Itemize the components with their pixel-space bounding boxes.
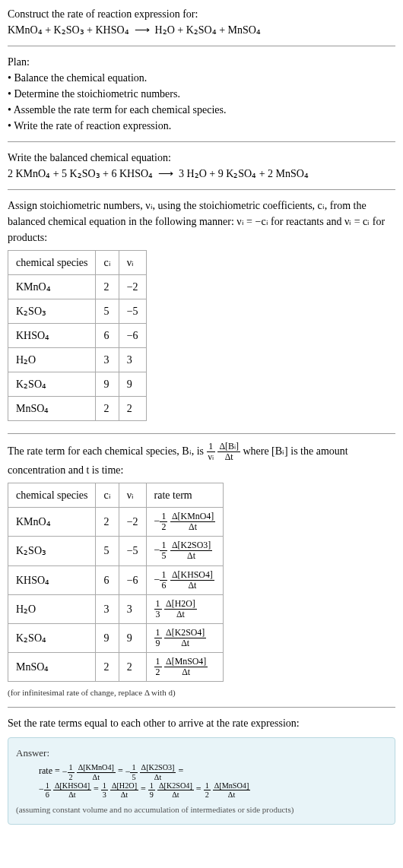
den: 9 xyxy=(148,790,155,799)
cell-vi: 9 xyxy=(119,372,146,397)
cell-rate: −12 Δ[KMnO4]Δt xyxy=(146,508,224,537)
balanced-rhs: 3 H₂O + 9 K₂SO₄ + 2 MnSO₄ xyxy=(179,168,309,179)
cell-species: K₂SO₃ xyxy=(8,537,96,565)
cell-vi: −2 xyxy=(119,275,146,299)
cell-ci: 2 xyxy=(96,275,119,299)
term: 12 Δ[MnSO4]Δt xyxy=(204,784,251,794)
frac-coef: 12 xyxy=(154,657,162,677)
frac-delta: Δ[H2O]Δt xyxy=(164,599,197,619)
cell-vi: 3 xyxy=(119,594,146,623)
intro-line1: Construct the rate of reaction expressio… xyxy=(8,6,395,22)
table-row: KHSO₄6−6 xyxy=(8,324,147,348)
cell-ci: 6 xyxy=(96,565,119,594)
frac-coef: 16 xyxy=(160,570,167,591)
intro-equation: KMnO₄ + K₂SO₃ + KHSO₄ ⟶ H₂O + K₂SO₄ + Mn… xyxy=(8,22,395,38)
den: 6 xyxy=(160,581,167,591)
cell-ci: 2 xyxy=(96,508,119,537)
dnum: Δ[H2O] xyxy=(164,599,197,610)
balanced-heading: Write the balanced chemical equation: xyxy=(8,150,395,166)
rateterm-section: The rate term for each chemical species,… xyxy=(8,442,395,708)
plan-item: • Balance the chemical equation. xyxy=(8,70,395,86)
cell-vi: −2 xyxy=(119,508,146,537)
dnum: Δ[KMnO4] xyxy=(170,512,215,522)
plan-item: • Assemble the rate term for each chemic… xyxy=(8,102,395,118)
sign: − xyxy=(154,544,160,556)
cell-rate: 13 Δ[H2O]Δt xyxy=(146,594,224,623)
dden: Δt xyxy=(164,638,206,648)
dden: Δt xyxy=(170,581,214,591)
sign: − xyxy=(62,766,68,777)
plan-item-text: Determine the stoichiometric numbers. xyxy=(14,88,180,100)
table-row: K₂SO₃5−5 xyxy=(8,299,147,324)
table-row: KHSO₄ 6 −6 −16 Δ[KHSO4]Δt xyxy=(8,565,224,594)
answer-box: Answer: rate = −12 Δ[KMnO4]Δt = −15 Δ[K2… xyxy=(8,737,395,825)
eq: = xyxy=(178,766,183,777)
col-species: chemical species xyxy=(8,483,96,508)
cell-ci: 2 xyxy=(96,397,119,421)
stoich-para: Assign stoichiometric numbers, νᵢ, using… xyxy=(8,198,395,246)
sign: − xyxy=(154,573,160,584)
cell-species: K₂SO₃ xyxy=(8,299,96,324)
final-section: Set the rate terms equal to each other t… xyxy=(8,715,395,832)
cell-ci: 5 xyxy=(96,537,119,565)
rateterm-note: (for infinitesimal rate of change, repla… xyxy=(8,686,395,699)
plan-item: • Determine the stoichiometric numbers. xyxy=(8,86,395,102)
cell-vi: −6 xyxy=(119,324,146,348)
den: 5 xyxy=(130,773,137,781)
col-ci: cᵢ xyxy=(96,251,119,275)
cell-ci: 2 xyxy=(96,653,119,682)
cell-species: H₂O xyxy=(8,348,96,372)
frac-coef: 13 xyxy=(154,599,162,619)
plan-heading: Plan: xyxy=(8,54,395,70)
cell-vi: −5 xyxy=(119,299,146,324)
num: 1 xyxy=(160,570,167,581)
answer-label: Answer: xyxy=(16,746,387,761)
dnum: Δ[K2SO4] xyxy=(157,781,194,790)
table-header-row: chemical species cᵢ νᵢ rate term xyxy=(8,483,224,508)
frac-coef: 15 xyxy=(130,763,137,781)
den: 3 xyxy=(154,610,162,619)
rate-prefix: rate = xyxy=(39,766,62,777)
den: 2 xyxy=(204,790,211,799)
cell-ci: 3 xyxy=(96,594,119,623)
cell-rate: −16 Δ[KHSO4]Δt xyxy=(146,565,224,594)
den: 2 xyxy=(154,667,162,677)
dden: Δt xyxy=(213,790,251,799)
answer-note: (assuming constant volume and no accumul… xyxy=(16,803,387,816)
num: 1 xyxy=(44,781,51,790)
den: 2 xyxy=(68,773,75,781)
dnum: Δ[KMnO4] xyxy=(77,763,116,772)
term: −15 Δ[K2SO3]Δt xyxy=(125,766,176,777)
dden: Δt xyxy=(110,790,138,799)
num: 1 xyxy=(154,657,162,667)
col-ci: cᵢ xyxy=(96,483,119,508)
dnum: Δ[K2SO3] xyxy=(140,763,176,772)
eq: = xyxy=(94,784,101,794)
dnum: Δ[H2O] xyxy=(110,781,138,790)
plan-item-text: Balance the chemical equation. xyxy=(14,72,147,84)
cell-vi: −6 xyxy=(119,565,146,594)
frac-coef: 13 xyxy=(101,781,108,799)
num: 1 xyxy=(204,781,211,790)
cell-species: KHSO₄ xyxy=(8,565,96,594)
frac-delta: Δ[K2SO3]Δt xyxy=(170,540,212,561)
dnum: Δ[K2SO4] xyxy=(164,628,206,638)
dnum: Δ[KHSO4] xyxy=(53,781,91,790)
frac-coef: 15 xyxy=(160,540,167,561)
cell-vi: 9 xyxy=(119,623,146,652)
cell-species: KHSO₄ xyxy=(8,324,96,348)
col-vi: νᵢ xyxy=(119,251,146,275)
num: 1 xyxy=(160,512,167,522)
sign: − xyxy=(125,766,131,777)
frac-delta: Δ[K2SO4]Δt xyxy=(157,781,194,799)
eq: = xyxy=(196,784,204,794)
table-row: H₂O 3 3 13 Δ[H2O]Δt xyxy=(8,594,224,623)
frac-delta: Δ[KHSO4]Δt xyxy=(53,781,91,799)
frac-delta: Δ[H2O]Δt xyxy=(110,781,138,799)
table-row: KMnO₄ 2 −2 −12 Δ[KMnO4]Δt xyxy=(8,508,224,537)
arrow-icon: ⟶ xyxy=(135,24,150,36)
cell-species: K₂SO₄ xyxy=(8,623,96,652)
dden: Δt xyxy=(77,773,116,781)
dden: Δt xyxy=(53,790,91,799)
num: 1 xyxy=(154,628,162,638)
